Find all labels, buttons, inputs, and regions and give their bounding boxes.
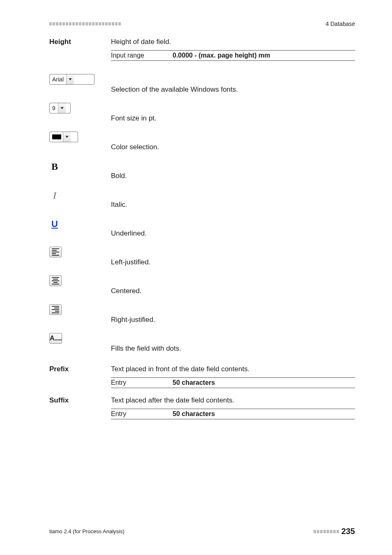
align-center-button[interactable]: [49, 275, 62, 286]
align-left-desc: Left-justified.: [111, 247, 355, 266]
header-decoration: [49, 22, 121, 25]
align-right-icon: [52, 306, 59, 313]
underline-icon: U: [51, 219, 58, 229]
align-center-icon: [52, 277, 59, 284]
italic-desc: Italic.: [111, 189, 355, 209]
header-chapter: 4 Database: [325, 21, 355, 27]
prefix-spec: Entry 50 characters: [111, 377, 355, 388]
page-number: 235: [341, 527, 355, 536]
font-color-dropdown[interactable]: [49, 132, 78, 142]
font-family-dropdown[interactable]: Arial: [49, 74, 95, 85]
underline-desc: Underlined.: [111, 218, 355, 238]
svg-marker-2: [65, 136, 69, 138]
height-desc: Height of date field.: [111, 38, 355, 46]
bold-desc: Bold.: [111, 160, 355, 180]
height-spec: Input range 0.0000 - (max. page height) …: [111, 50, 355, 61]
dropdown-arrow-icon: [66, 74, 74, 84]
font-family-value: Arial: [50, 76, 66, 83]
height-spec-value: 0.0000 - (max. page height) mm: [173, 52, 355, 59]
align-center-desc: Centered.: [111, 275, 355, 295]
dropdown-arrow-icon: [58, 103, 66, 113]
svg-marker-0: [69, 79, 72, 81]
prefix-spec-key: Entry: [111, 379, 173, 386]
suffix-label: Suffix: [49, 395, 107, 423]
underline-button[interactable]: U: [49, 218, 60, 230]
fill-dots-button[interactable]: A.....: [49, 333, 62, 344]
align-left-button[interactable]: [49, 247, 62, 257]
font-size-value: 9: [50, 105, 58, 111]
font-size-desc: Font size in pt.: [111, 103, 355, 123]
font-color-desc: Color selection.: [111, 132, 355, 151]
bold-icon: B: [51, 161, 58, 172]
font-size-dropdown[interactable]: 9: [49, 103, 71, 113]
footer-decoration: [314, 530, 339, 533]
prefix-label: Prefix: [49, 364, 107, 392]
color-swatch-icon: [52, 134, 61, 139]
suffix-spec-value: 50 characters: [173, 410, 355, 418]
bold-button[interactable]: B: [49, 160, 60, 173]
prefix-spec-value: 50 characters: [173, 379, 355, 386]
dropdown-arrow-icon: [63, 132, 71, 142]
italic-icon: I: [53, 190, 56, 201]
svg-marker-1: [60, 107, 64, 109]
align-right-button[interactable]: [49, 304, 62, 315]
prefix-desc: Text placed in front of the date field c…: [111, 365, 355, 373]
fill-dots-icon: A.....: [50, 335, 62, 342]
suffix-spec-key: Entry: [111, 410, 173, 418]
suffix-desc: Text placed after the date field content…: [111, 396, 355, 405]
align-right-desc: Right-justified.: [111, 304, 355, 324]
align-left-icon: [52, 248, 59, 256]
height-spec-key: Input range: [111, 52, 173, 59]
font-family-desc: Selection of the available Windows fonts…: [111, 74, 355, 94]
italic-button[interactable]: I: [49, 189, 60, 201]
suffix-spec: Entry 50 characters: [111, 409, 355, 419]
fill-dots-desc: Fills the field with dots.: [111, 333, 355, 353]
height-label: Height: [49, 37, 107, 65]
footer-product: tiamo 2.4 (for Process Analysis): [49, 528, 125, 534]
